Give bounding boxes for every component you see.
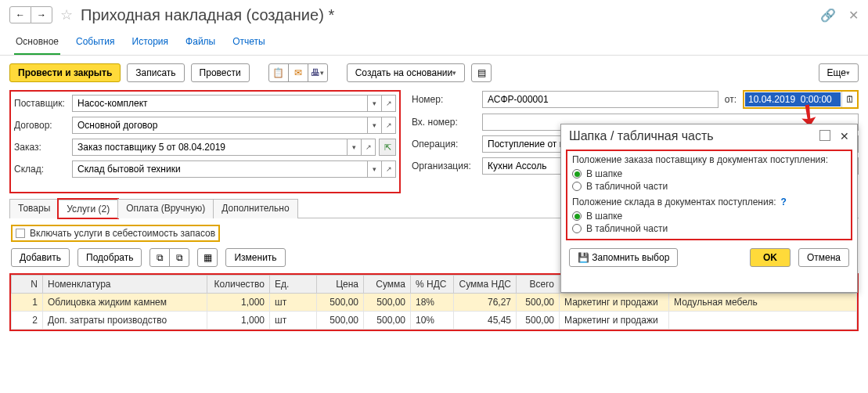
- tab-services[interactable]: Услуги (2): [58, 199, 118, 218]
- paste-rows-icon[interactable]: ⧉: [169, 248, 189, 267]
- warehouse-position-label: Положение склада в документах поступлени…: [572, 196, 776, 207]
- help-icon[interactable]: ?: [781, 196, 787, 207]
- operation-label: Операция:: [412, 139, 482, 150]
- number-input[interactable]: [483, 92, 718, 107]
- warehouse-in-table-radio[interactable]: [572, 224, 582, 233]
- star-icon[interactable]: ☆: [60, 6, 73, 23]
- ext-number-label: Вх. номер:: [412, 117, 482, 128]
- save-icon: 💾: [578, 252, 589, 263]
- nav-tab-main[interactable]: Основное: [14, 33, 60, 55]
- cancel-button[interactable]: Отмена: [798, 248, 849, 267]
- copy-rows-icon[interactable]: ⧉: [149, 248, 170, 267]
- page-title: Приходная накладная (создание) *: [81, 6, 334, 24]
- nav-forward-button[interactable]: →: [31, 6, 52, 23]
- table-row[interactable]: 2 Доп. затраты производство 1,000 шт 500…: [12, 312, 857, 330]
- warehouse-field[interactable]: ▾ ↗: [72, 160, 396, 178]
- nav-tab-files[interactable]: Файлы: [184, 33, 217, 55]
- table-row[interactable]: 1 Облицовка жидким камнем 1,000 шт 500,0…: [12, 294, 857, 312]
- col-sum[interactable]: Сумма: [364, 276, 411, 294]
- post-and-close-button[interactable]: Провести и закрыть: [9, 63, 121, 82]
- ok-button[interactable]: OK: [750, 248, 791, 267]
- popup-title: Шапка / табличная часть: [569, 129, 714, 143]
- calendar-icon[interactable]: 🗓: [841, 92, 857, 107]
- fill-icon[interactable]: ▦: [197, 248, 218, 267]
- order-in-header-radio[interactable]: [572, 169, 582, 178]
- warehouse-in-header-radio[interactable]: [572, 211, 582, 221]
- open-ref-icon[interactable]: ↗: [381, 161, 395, 177]
- dropdown-icon[interactable]: ▾: [367, 117, 381, 133]
- mail-icon[interactable]: ✉: [288, 63, 308, 82]
- number-field[interactable]: [482, 91, 719, 108]
- number-label: Номер:: [412, 94, 482, 105]
- col-vat-pct[interactable]: % НДС: [411, 276, 454, 294]
- order-position-label: Положение заказа поставщику в документах…: [572, 154, 846, 165]
- include-cost-label: Включать услуги в себестоимость запасов: [30, 228, 215, 239]
- open-ref-icon[interactable]: ↗: [381, 96, 395, 111]
- save-button[interactable]: Записать: [127, 63, 184, 82]
- supplier-label: Поставщик:: [14, 98, 72, 109]
- popup-maximize-icon[interactable]: [819, 130, 830, 141]
- header-table-popup: Шапка / табличная часть ✕ Положение зака…: [560, 124, 858, 293]
- nav-tab-history[interactable]: История: [131, 33, 171, 55]
- warehouse-label: Склад:: [14, 164, 72, 175]
- from-label: от:: [725, 94, 737, 105]
- col-total[interactable]: Всего: [517, 276, 560, 294]
- open-ref-icon[interactable]: ↗: [361, 139, 375, 155]
- dropdown-icon[interactable]: ▾: [347, 139, 361, 155]
- post-button[interactable]: Провести: [191, 63, 250, 82]
- link-icon[interactable]: 🔗: [820, 8, 836, 23]
- popup-close-icon[interactable]: ✕: [840, 130, 849, 142]
- dropdown-icon[interactable]: ▾: [367, 161, 381, 177]
- col-n[interactable]: N: [12, 276, 43, 294]
- date-input[interactable]: [745, 92, 841, 106]
- include-cost-checkbox[interactable]: [16, 229, 25, 238]
- contract-input[interactable]: [73, 117, 367, 133]
- more-button[interactable]: Еще: [819, 63, 859, 82]
- col-price[interactable]: Цена: [317, 276, 364, 294]
- create-based-button[interactable]: Создать на основании: [347, 63, 466, 82]
- close-window-icon[interactable]: ✕: [848, 8, 859, 23]
- nav-tab-events[interactable]: События: [74, 33, 117, 55]
- col-unit[interactable]: Ед.: [270, 276, 317, 294]
- warehouse-input[interactable]: [73, 161, 367, 177]
- order-input[interactable]: [73, 139, 347, 155]
- edit-button[interactable]: Изменить: [225, 248, 285, 267]
- contract-field[interactable]: ▾ ↗: [72, 117, 396, 134]
- report-icon[interactable]: ▤: [471, 63, 492, 82]
- tab-goods[interactable]: Товары: [9, 199, 59, 218]
- supplier-input[interactable]: [73, 96, 367, 111]
- date-field[interactable]: 🗓: [743, 90, 859, 109]
- contract-label: Договор:: [14, 120, 72, 131]
- order-fill-button[interactable]: ⇱: [379, 139, 396, 156]
- open-ref-icon[interactable]: ↗: [381, 117, 395, 133]
- order-field[interactable]: ▾ ↗: [72, 139, 376, 156]
- tab-payment[interactable]: Оплата (Вручную): [117, 199, 214, 218]
- col-vat-sum[interactable]: Сумма НДС: [454, 276, 517, 294]
- remember-choice-button[interactable]: 💾 Запомнить выбор: [569, 248, 678, 267]
- org-label: Организация:: [412, 160, 482, 171]
- tab-extra[interactable]: Дополнительно: [213, 199, 297, 218]
- print-icon[interactable]: 🖶: [308, 63, 328, 82]
- clipboard-paste-icon[interactable]: 📋: [268, 63, 289, 82]
- add-row-button[interactable]: Добавить: [11, 248, 70, 267]
- order-label: Заказ:: [14, 142, 72, 153]
- dropdown-icon[interactable]: ▾: [367, 96, 381, 111]
- col-item[interactable]: Номенклатура: [43, 276, 207, 294]
- pick-button[interactable]: Подобрать: [77, 248, 142, 267]
- supplier-field[interactable]: ▾ ↗: [72, 95, 396, 112]
- import-icon: ⇱: [384, 142, 391, 153]
- order-in-table-radio[interactable]: [572, 182, 582, 191]
- nav-tab-reports[interactable]: Отчеты: [231, 33, 266, 55]
- nav-back-button[interactable]: ←: [9, 6, 31, 23]
- col-qty[interactable]: Количество: [207, 276, 270, 294]
